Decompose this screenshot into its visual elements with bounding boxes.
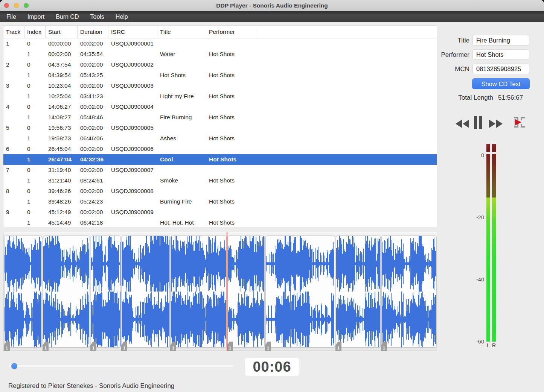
cell-start: 26:45:04: [46, 144, 78, 154]
column-header-performer[interactable]: Performer: [206, 26, 257, 38]
menu-tools[interactable]: Tools: [84, 11, 110, 22]
cell-isrc: [108, 196, 157, 207]
table-row[interactable]: 139:48:2605:24:23Burning FireHot Shots: [3, 196, 437, 207]
table-header: TrackIndexStartDurationISRCTitlePerforme…: [3, 26, 437, 38]
play-track-range-button[interactable]: [511, 115, 528, 130]
table-row[interactable]: 6026:45:0400:02:00USQDJ0900006: [3, 144, 437, 154]
waveform-segment-track-8[interactable]: [336, 236, 381, 348]
total-length-label: Total Length: [437, 94, 493, 102]
waveform-segment-track-3[interactable]: [91, 236, 121, 348]
cell-isrc: USQDJ0900004: [108, 102, 157, 112]
cell-start: 04:39:54: [46, 70, 78, 81]
cell-isrc: [108, 91, 157, 102]
cell-track: [3, 217, 24, 228]
cell-start: 31:21:40: [46, 175, 78, 186]
pause-icon: [473, 125, 483, 131]
table-row[interactable]: 4014:06:2700:02:00USQDJ0900004: [3, 102, 437, 112]
cell-track: [3, 133, 24, 144]
seek-slider-track[interactable]: [8, 365, 234, 368]
menu-import[interactable]: Import: [22, 11, 50, 22]
title-field[interactable]: [472, 35, 529, 46]
cell-dur: 00:02:00: [78, 81, 108, 91]
menu-help[interactable]: Help: [110, 11, 134, 22]
cell-perf: [206, 144, 257, 154]
show-cd-text-button[interactable]: Show CD Text: [472, 78, 530, 89]
table-row[interactable]: 9045:12:4900:02:00USQDJ0900009: [3, 207, 437, 217]
table-row[interactable]: 7031:19:4000:02:00USQDJ0900007: [3, 165, 437, 175]
waveform-segment-track-5[interactable]: [171, 236, 227, 348]
cell-perf: Hot Shots: [206, 154, 257, 165]
cell-fill: [257, 196, 437, 207]
cell-track: 8: [3, 186, 24, 196]
cell-fill: [257, 123, 437, 133]
cell-title: Cool: [157, 154, 206, 165]
channel-label-left: L: [486, 342, 490, 348]
cell-fill: [257, 186, 437, 196]
cell-start: 10:23:04: [46, 81, 78, 91]
table-row[interactable]: 3010:23:0400:02:00USQDJ0900003: [3, 81, 437, 91]
cell-start: 39:46:26: [46, 186, 78, 196]
clip-indicator-right: [492, 144, 496, 152]
table-row[interactable]: 104:39:5405:43:25Hot ShotsHot Shots: [3, 70, 437, 81]
cell-track: 5: [3, 123, 24, 133]
cell-index: 1: [24, 112, 46, 123]
column-header-index[interactable]: Index: [24, 26, 46, 38]
waveform-segment-track-1[interactable]: [4, 236, 42, 348]
cell-dur: 00:02:00: [78, 207, 108, 217]
table-row[interactable]: 5019:56:7300:02:00USQDJ0900005: [3, 123, 437, 133]
waveform-segment-track-7[interactable]: [265, 236, 335, 348]
column-header-start[interactable]: Start: [46, 26, 78, 38]
cell-isrc: [108, 217, 157, 228]
column-header-duration[interactable]: Duration: [78, 26, 108, 38]
cell-fill: [257, 38, 437, 49]
seek-slider-handle[interactable]: [11, 363, 17, 369]
waveform-segment-track-9[interactable]: [381, 236, 437, 348]
meter-tick-label: 0: [471, 152, 484, 158]
column-header-track[interactable]: Track: [3, 26, 24, 38]
cell-title: [157, 144, 206, 154]
table-row[interactable]: 2004:37:5400:02:00USQDJ0900002: [3, 59, 437, 70]
menu-bar: FileImportBurn CDToolsHelp: [0, 11, 544, 22]
rewind-button[interactable]: [455, 119, 470, 129]
table-row[interactable]: 145:14:4906:42:18Hot, Hot, HotHot Shots: [3, 217, 437, 228]
waveform-panel[interactable]: 111111111: [3, 232, 437, 351]
fast-forward-button[interactable]: [488, 119, 503, 129]
cell-isrc: USQDJ0900003: [108, 81, 157, 91]
cell-index: 0: [24, 207, 46, 217]
table-row[interactable]: 114:08:2705:48:46Fire BurningHot Shots: [3, 112, 437, 123]
waveform-segment-track-6[interactable]: [227, 236, 265, 348]
cell-fill: [257, 165, 437, 175]
table-row[interactable]: 131:21:4008:24:61SmokeHot Shots: [3, 175, 437, 186]
meter-level-right: [492, 198, 496, 342]
cell-perf: Hot Shots: [206, 91, 257, 102]
column-header-isrc[interactable]: ISRC: [108, 26, 157, 38]
mcn-field[interactable]: [472, 64, 529, 74]
menu-burn-cd[interactable]: Burn CD: [50, 11, 84, 22]
cell-index: 1: [24, 217, 46, 228]
table-row[interactable]: 119:58:7306:46:06AshesHot Shots: [3, 133, 437, 144]
cell-start: 00:00:00: [46, 38, 78, 49]
menu-file[interactable]: File: [1, 11, 22, 22]
cell-dur: 00:02:00: [78, 123, 108, 133]
table-row[interactable]: 8039:46:2600:02:00USQDJ0900008: [3, 186, 437, 196]
meter-tick-label: -20: [471, 214, 484, 220]
column-header-title[interactable]: Title: [157, 26, 206, 38]
cell-title: [157, 186, 206, 196]
table-row[interactable]: 110:25:0403:41:23Light my FireHot Shots: [3, 91, 437, 102]
table-row[interactable]: 100:02:0004:35:54WaterHot Shots: [3, 49, 437, 59]
cell-perf: [206, 207, 257, 217]
table-row[interactable]: 126:47:0404:32:36CoolHot Shots: [3, 154, 437, 165]
cell-dur: 00:02:00: [78, 186, 108, 196]
cell-track: 1: [3, 38, 24, 49]
cell-perf: [206, 165, 257, 175]
cell-index: 1: [24, 133, 46, 144]
waveform-segment-track-4[interactable]: [122, 236, 170, 348]
cell-index: 0: [24, 186, 46, 196]
cell-title: [157, 207, 206, 217]
table-row[interactable]: 1000:00:0000:02:00USQDJ0900001: [3, 38, 437, 49]
cell-title: [157, 38, 206, 49]
cell-perf: [206, 102, 257, 112]
performer-field[interactable]: [472, 49, 529, 60]
pause-button[interactable]: [473, 115, 483, 129]
waveform-segment-track-2[interactable]: [43, 236, 90, 348]
